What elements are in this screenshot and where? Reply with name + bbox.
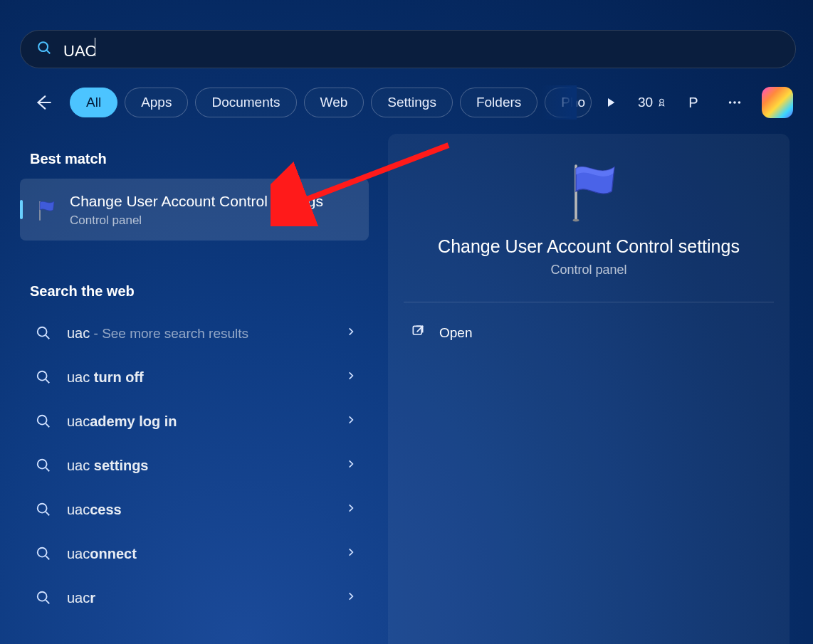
svg-point-15 [38, 460, 47, 469]
search-icon [36, 369, 51, 385]
chevron-right-icon [346, 371, 356, 384]
web-result[interactable]: uaccess [20, 487, 376, 532]
best-match-result[interactable]: Change User Account Control settings Con… [20, 179, 369, 241]
search-icon [36, 502, 51, 517]
svg-line-12 [46, 380, 49, 384]
svg-line-1 [47, 51, 51, 54]
chevron-right-icon [346, 415, 356, 428]
chevron-right-icon [346, 591, 356, 604]
best-match-heading: Best match [30, 151, 376, 167]
web-result-label: uacr [67, 590, 95, 606]
web-result-label: uac turn off [67, 369, 144, 386]
svg-point-5 [729, 101, 732, 104]
filter-chip-photos[interactable]: Pho [545, 88, 592, 117]
chevron-right-icon [346, 327, 356, 339]
open-label: Open [439, 325, 472, 341]
web-result[interactable]: uac turn off [20, 355, 376, 399]
svg-point-4 [660, 99, 663, 102]
chevron-right-icon [346, 459, 356, 472]
preview-subtitle: Control panel [404, 263, 774, 278]
open-icon [411, 324, 425, 342]
svg-point-19 [38, 548, 47, 557]
web-result[interactable]: uacademy log in [20, 399, 376, 443]
svg-marker-3 [608, 98, 614, 107]
svg-line-10 [46, 336, 49, 339]
web-result[interactable]: uacr [20, 576, 376, 620]
web-result[interactable]: uaconnect [20, 532, 376, 576]
profile-button[interactable]: P [679, 88, 708, 117]
search-bar[interactable]: UAC [20, 30, 796, 68]
search-icon [36, 590, 51, 606]
web-result-label: uac settings [67, 458, 149, 474]
svg-point-0 [38, 42, 48, 51]
filter-chip-documents[interactable]: Documents [195, 88, 296, 117]
divider [404, 302, 774, 302]
svg-point-7 [738, 101, 741, 104]
svg-line-18 [46, 512, 49, 516]
filter-chip-settings[interactable]: Settings [371, 88, 453, 117]
toolbar-right: 30 P [597, 85, 793, 120]
web-result[interactable]: uac settings [20, 443, 376, 487]
svg-point-6 [733, 101, 736, 104]
svg-point-11 [38, 371, 47, 381]
best-match-title: Change User Account Control settings [70, 191, 323, 211]
best-match-subtitle: Control panel [70, 213, 323, 228]
svg-line-22 [46, 601, 49, 604]
filter-chip-all[interactable]: All [70, 88, 117, 117]
copilot-button[interactable] [762, 87, 793, 118]
flag-icon [557, 159, 621, 223]
web-result-label: uaccess [67, 502, 122, 518]
search-web-heading: Search the web [30, 283, 376, 300]
svg-rect-25 [413, 326, 421, 334]
svg-point-17 [38, 504, 47, 513]
filter-chips: All Apps Documents Web Settings Folders … [70, 88, 592, 117]
svg-line-14 [46, 424, 49, 428]
preview-icon [404, 159, 774, 223]
scroll-right-button[interactable] [597, 88, 625, 117]
svg-line-20 [46, 556, 49, 560]
search-icon [36, 413, 51, 429]
filter-chip-web[interactable]: Web [304, 88, 364, 117]
svg-line-16 [46, 468, 49, 472]
filter-chip-folders[interactable]: Folders [460, 88, 537, 117]
more-button[interactable] [720, 88, 749, 117]
flag-icon [34, 199, 57, 221]
search-input[interactable]: UAC [63, 38, 780, 60]
web-result[interactable]: uac - See more search results [20, 311, 376, 355]
chevron-right-icon [346, 503, 356, 516]
search-icon [36, 458, 51, 473]
back-button[interactable] [28, 88, 57, 117]
rewards-points: 30 [638, 95, 653, 110]
web-result-label: uaconnect [67, 546, 137, 562]
svg-point-9 [38, 327, 47, 337]
web-result-label: uacademy log in [67, 413, 177, 430]
chevron-right-icon [346, 547, 356, 560]
preview-panel: Change User Account Control settings Con… [388, 134, 790, 644]
web-result-label: uac - See more search results [67, 325, 248, 342]
filter-chip-apps[interactable]: Apps [125, 88, 188, 117]
svg-point-24 [573, 219, 579, 222]
preview-title: Change User Account Control settings [404, 236, 774, 257]
search-icon [36, 40, 52, 58]
svg-point-21 [38, 592, 47, 601]
profile-initial: P [688, 95, 698, 111]
svg-point-13 [38, 416, 47, 425]
search-icon [36, 325, 51, 341]
rewards-button[interactable]: 30 [638, 88, 666, 117]
search-icon [36, 546, 51, 561]
open-action[interactable]: Open [404, 315, 774, 350]
